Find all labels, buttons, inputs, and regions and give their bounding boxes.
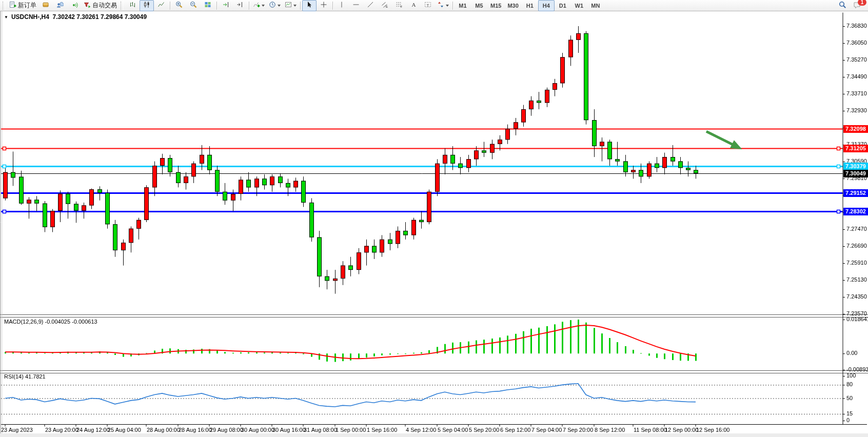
timeframe-h4-button[interactable]: H4 <box>538 0 555 11</box>
timeframe-m5-button[interactable]: M5 <box>471 0 487 11</box>
line-chart-icon <box>157 1 165 10</box>
candlestick-chart-icon <box>143 1 150 10</box>
arrows-tool-button[interactable] <box>435 0 451 11</box>
rsi-indicator-label: RSI(14) 41.7821 <box>4 373 46 380</box>
text-icon: A <box>410 1 417 10</box>
chart-canvas[interactable] <box>0 11 868 437</box>
cursor-icon <box>306 1 313 10</box>
dropdown-caret <box>278 5 281 8</box>
tile-windows-button[interactable] <box>201 0 215 11</box>
indicators-button[interactable] <box>251 0 267 11</box>
bar-chart-icon <box>129 1 136 10</box>
templates-icon <box>285 1 292 10</box>
horizontal-line-tool-button[interactable] <box>349 0 363 11</box>
zoom-in-button[interactable] <box>172 0 186 11</box>
arrow-objects-icon <box>437 1 444 10</box>
svg-text:A: A <box>412 2 416 8</box>
signals-button[interactable] <box>67 0 82 11</box>
timeframe-w1-button[interactable]: W1 <box>571 0 587 11</box>
zoom-out-icon <box>190 1 197 10</box>
new-order-button[interactable]: 新订单 <box>7 0 38 11</box>
cursor-button[interactable] <box>302 0 317 11</box>
dropdown-caret <box>446 5 449 8</box>
one-click-trading-icon[interactable]: ▼ <box>4 15 8 19</box>
timeframe-d1-button[interactable]: D1 <box>555 0 571 11</box>
line-chart-button[interactable] <box>154 0 168 11</box>
toolbar-grip <box>3 2 6 10</box>
indicators-icon <box>253 1 260 10</box>
toolbar-grip <box>121 2 124 10</box>
fibonacci-tool-button[interactable]: F <box>392 0 406 11</box>
chart-shift-button[interactable] <box>233 0 247 11</box>
notification-badge: 1 <box>858 0 866 6</box>
auto-scroll-button[interactable] <box>219 0 233 11</box>
bar-chart-button[interactable] <box>125 0 140 11</box>
timeframe-h1-button[interactable]: H1 <box>522 0 538 11</box>
zoom-out-button[interactable] <box>186 0 201 11</box>
marketplace-icon <box>42 1 49 10</box>
community-user-icon <box>56 1 64 10</box>
dropdown-caret <box>262 5 265 8</box>
zoom-in-icon <box>175 1 183 10</box>
timeframe-mn-button[interactable]: MN <box>587 0 604 11</box>
candlestick-chart-button[interactable] <box>140 0 154 11</box>
autotrading-icon <box>84 1 91 10</box>
autotrading-label: 自动交易 <box>92 1 117 10</box>
equidistant-channel-icon: E <box>381 1 388 10</box>
templates-button[interactable] <box>283 0 299 11</box>
auto-scroll-icon <box>222 1 229 10</box>
community-button[interactable] <box>53 0 67 11</box>
toolbar-separator <box>300 2 301 10</box>
main-toolbar: 新订单 自动交易 <box>0 0 868 11</box>
timeframe-m1-button[interactable]: M1 <box>455 0 471 11</box>
text-label-tool-button[interactable]: T <box>421 0 435 11</box>
toolbar-separator <box>170 2 170 10</box>
dropdown-caret <box>293 5 297 8</box>
vertical-line-tool-button[interactable] <box>334 0 349 11</box>
tile-windows-icon <box>204 1 211 10</box>
svg-text:F: F <box>401 5 403 8</box>
crosshair-icon <box>320 1 327 10</box>
crosshair-button[interactable] <box>317 0 331 11</box>
svg-text:T: T <box>427 3 429 8</box>
clock-icon <box>269 1 276 10</box>
chart-shift-icon <box>236 1 244 10</box>
toolbar-separator <box>249 2 249 10</box>
search-icon <box>839 1 846 10</box>
horizontal-line-icon <box>352 1 360 10</box>
symbol-period-label: USDCNH-,H4 <box>11 13 49 21</box>
timeframe-m30-button[interactable]: M30 <box>504 0 521 11</box>
channel-tool-button[interactable]: E <box>378 0 392 11</box>
new-order-label: 新订单 <box>18 1 36 10</box>
vertical-line-icon <box>338 1 345 10</box>
marketplace-button[interactable] <box>38 0 53 11</box>
signals-icon <box>71 1 78 10</box>
text-label-icon: T <box>424 1 431 10</box>
trendline-tool-button[interactable] <box>363 0 378 11</box>
chart-symbol-title: ▼USDCNH-,H4 7.30242 7.30261 7.29864 7.30… <box>4 13 147 21</box>
timeframe-m15-button[interactable]: M15 <box>487 0 504 11</box>
toolbar-separator <box>452 2 453 10</box>
mt4-window: 新订单 自动交易 <box>0 0 868 437</box>
svg-text:E: E <box>386 5 388 8</box>
autotrading-button[interactable]: 自动交易 <box>82 0 119 11</box>
macd-indicator-label: MACD(12,26,9) -0.004025 -0.000613 <box>4 319 97 325</box>
fibonacci-icon: F <box>396 1 403 10</box>
toolbar-separator <box>332 2 333 10</box>
notifications-button[interactable]: 1 <box>850 0 864 11</box>
trendline-icon <box>367 1 374 10</box>
chart-window <box>0 11 868 437</box>
toolbar-separator <box>216 2 217 10</box>
ohlc-quotes-label: 7.30242 7.30261 7.29864 7.30049 <box>53 13 147 21</box>
search-button[interactable] <box>835 0 850 11</box>
periods-button[interactable] <box>267 0 283 11</box>
text-tool-button[interactable]: A <box>406 0 421 11</box>
new-order-icon <box>9 1 16 10</box>
